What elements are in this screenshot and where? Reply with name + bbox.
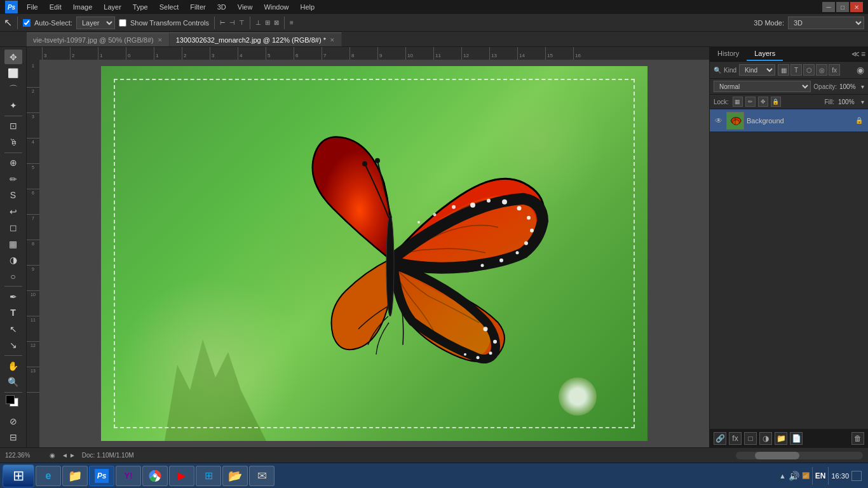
nav-back[interactable]: ◄ [62,452,68,459]
tab-file1[interactable]: vie-tsvetyi-10997.jpg @ 50% (RGB/8#) ✕ [27,32,170,46]
panel-menu-btn[interactable]: ≡ [861,50,865,58]
quick-select-tool-btn[interactable]: ✦ [4,98,22,112]
menu-window[interactable]: Window [259,2,294,12]
canvas-area[interactable]: 3 2 1 0 1 2 3 4 5 6 7 8 9 10 11 12 13 14… [27,47,709,447]
align-right-btn[interactable]: ⊤ [239,19,245,26]
tool-sep2 [4,152,22,153]
layer-group-btn[interactable]: 📁 [775,432,787,445]
foreground-color-box[interactable] [6,395,15,404]
taskbar-app-files[interactable]: 📂 [222,466,248,486]
3d-mode-select[interactable]: 3D [788,17,864,29]
fill-arrow-down[interactable]: ▾ [861,98,864,105]
type-tool-btn[interactable]: T [4,306,22,320]
panel-collapse-btn[interactable]: ≪ [851,50,860,58]
path-select-btn[interactable]: ↖ [4,322,22,336]
menu-type[interactable]: Type [128,2,153,12]
opacity-arrow-down[interactable]: ▾ [861,83,864,90]
close-button[interactable]: ✕ [850,2,863,12]
panel-tab-row: History Layers ≪ ≡ [710,47,868,62]
distribute-btn[interactable]: ≡ [290,19,294,26]
menu-file[interactable]: File [22,2,43,12]
tray-sep [812,467,813,485]
filter-kind-select[interactable]: Kind Name Effect [739,64,775,76]
align-left-btn[interactable]: ⊢ [220,19,226,26]
layer-adjustment-btn[interactable]: ◑ [759,432,772,445]
taskbar-app-mail[interactable]: ✉ [249,466,275,486]
filter-type-btn[interactable]: T [790,64,802,76]
direct-select-btn[interactable]: ↘ [4,338,22,353]
layer-new-btn[interactable]: 📄 [790,432,803,445]
show-desktop-btn[interactable] [851,471,862,481]
blend-mode-select[interactable]: Normal Multiply Screen Overlay [714,81,811,92]
tab-layers[interactable]: Layers [747,47,783,61]
lock-position-btn[interactable]: ✥ [758,97,768,107]
layers-panel: 🔍 Kind Kind Name Effect ▦ T ⬡ ◎ fx ◉ [710,62,868,447]
align-middle-btn[interactable]: ⊞ [265,19,270,26]
menu-edit[interactable]: Edit [44,2,67,12]
move-tool-btn[interactable]: ✥ [4,50,22,64]
clone-tool-btn[interactable]: S [4,187,22,202]
lock-transparent-btn[interactable]: ▦ [733,97,743,107]
taskbar-app-yahoo[interactable]: Y! [116,466,141,486]
align-top-btn[interactable]: ⊥ [255,19,261,26]
tab-file2-close[interactable]: ✕ [330,37,335,43]
layer-mask-btn[interactable]: □ [744,432,757,445]
taskbar-app-store[interactable]: ⊞ [196,466,221,486]
gradient-tool-btn[interactable]: ▦ [4,236,22,251]
layer-fx-btn[interactable]: fx [729,432,742,445]
lasso-tool-btn[interactable]: ⌒ [4,82,22,97]
marquee-tool-btn[interactable]: ⬜ [4,65,22,80]
auto-select-type[interactable]: Layer Group [76,17,115,29]
tab-file2[interactable]: 1300302632_monarch2.jpg @ 122% (RGB/8#) … [170,32,342,46]
taskbar-app-explorer[interactable]: 📁 [62,466,88,486]
healing-tool-btn[interactable]: ⊕ [4,156,22,170]
align-center-h-btn[interactable]: ⊣ [229,19,235,26]
tab-file1-close[interactable]: ✕ [158,37,163,43]
eyedropper-tool-btn[interactable]: 🖰 [4,135,22,149]
quick-mask-btn[interactable]: ⊘ [4,414,22,428]
menu-filter[interactable]: Filter [185,2,210,12]
layer-delete-btn[interactable]: 🗑 [851,432,864,445]
crop-tool-btn[interactable]: ⊡ [4,119,22,133]
filter-fx-btn[interactable]: fx [829,64,840,76]
align-bottom-btn[interactable]: ⊠ [274,19,279,26]
layer-link-btn[interactable]: 🔗 [714,432,726,445]
start-button[interactable]: ⊞ [3,464,34,487]
screen-mode-btn[interactable]: ⊟ [4,430,22,445]
menu-view[interactable]: View [233,2,258,12]
history-brush-btn[interactable]: ↩ [4,204,22,219]
menu-help[interactable]: Help [295,2,320,12]
layer-item-background[interactable]: 👁 Background 🔒 [710,109,868,132]
blur-tool-btn[interactable]: ◑ [4,252,22,267]
windows-logo-icon: ⊞ [13,468,24,484]
eraser-tool-btn[interactable]: ◻ [4,220,22,234]
maximize-button[interactable]: □ [836,2,849,12]
brush-tool-btn[interactable]: ✏ [4,172,22,186]
dodge-tool-btn[interactable]: ○ [4,269,22,283]
nav-forward[interactable]: ► [69,452,76,459]
taskbar-app-ie[interactable]: e [36,466,61,486]
filter-shape-btn[interactable]: ⬡ [803,64,815,76]
lock-image-btn[interactable]: ✏ [745,97,756,107]
tab-history[interactable]: History [710,47,747,61]
menu-image[interactable]: Image [68,2,98,12]
taskbar-app-ps[interactable]: Ps [89,466,114,486]
scrollbar-horizontal[interactable] [736,452,863,459]
show-transform-checkbox[interactable] [119,19,126,27]
filter-smart-btn[interactable]: ◎ [816,64,827,76]
taskbar-app-media[interactable]: ▶ [169,466,194,486]
zoom-tool-btn[interactable]: 🔍 [4,374,22,389]
filter-toggle-btn[interactable]: ◉ [857,65,864,75]
filter-pixel-btn[interactable]: ▦ [778,64,789,76]
layer-visibility-eye[interactable]: 👁 [714,116,724,126]
auto-select-checkbox[interactable] [23,19,31,27]
taskbar-app-chrome[interactable] [142,466,168,486]
menu-select[interactable]: Select [154,2,184,12]
volume-icon[interactable]: 🔊 [789,471,799,481]
hand-tool-btn[interactable]: ✋ [4,358,22,373]
pen-tool-btn[interactable]: ✒ [4,289,22,304]
minimize-button[interactable]: ─ [822,2,835,12]
menu-layer[interactable]: Layer [98,2,126,12]
menu-3d[interactable]: 3D [212,2,231,12]
lock-all-btn[interactable]: 🔒 [771,97,781,107]
